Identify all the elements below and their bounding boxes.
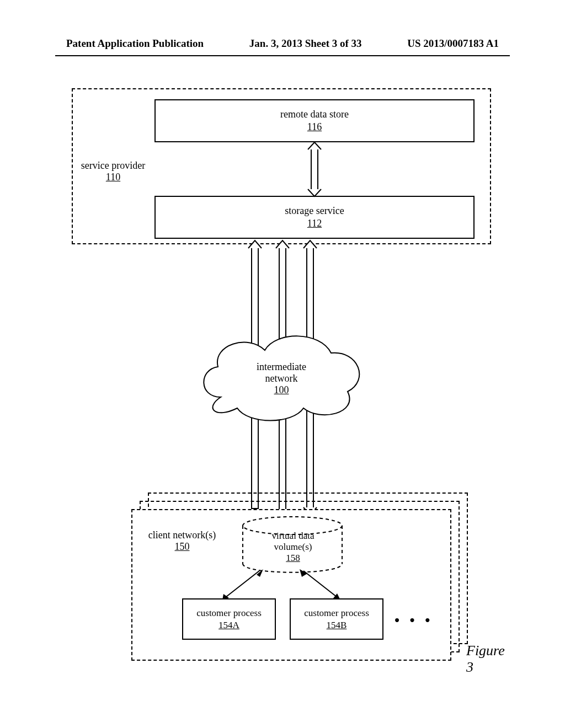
cust-a-ref: 154A <box>218 620 239 631</box>
cust-b-ref: 154B <box>327 620 347 631</box>
client-net-ref: 150 <box>175 541 190 552</box>
service-provider-label: service provider 110 <box>77 160 149 183</box>
virtual-data-volume-label: virtual data volume(s) 158 <box>251 531 335 564</box>
service-provider-text: service provider <box>81 160 145 171</box>
arrow-store-service <box>303 141 326 199</box>
vdv-ref: 158 <box>286 553 300 563</box>
cloud-label2: network <box>265 373 298 384</box>
storage-service-label: storage service <box>285 205 344 217</box>
client-network-label: client network(s) 150 <box>138 529 226 553</box>
vdv-label1: virtual data <box>272 531 315 541</box>
cloud-ref: 100 <box>274 384 289 395</box>
header-rule <box>55 55 510 56</box>
diagram-canvas: service provider 110 remote data store 1… <box>72 88 491 684</box>
svg-line-2 <box>303 571 337 597</box>
page-header: Patent Application Publication Jan. 3, 2… <box>0 38 565 54</box>
header-right: US 2013/0007183 A1 <box>407 38 499 54</box>
service-provider-ref: 110 <box>106 172 120 183</box>
cloud-label1: intermediate <box>257 361 306 372</box>
ellipsis: • • • <box>395 612 433 629</box>
customer-process-b-box: customer process 154B <box>290 598 383 640</box>
client-net-text: client network(s) <box>148 529 216 540</box>
cust-b-label: customer process <box>304 608 369 619</box>
header-center: Jan. 3, 2013 Sheet 3 of 33 <box>249 38 362 54</box>
remote-store-ref: 116 <box>307 121 322 133</box>
customer-process-a-box: customer process 154A <box>182 598 276 640</box>
storage-service-ref: 112 <box>307 218 322 229</box>
svg-line-1 <box>226 571 259 597</box>
arrows-vdv-customers <box>212 568 378 601</box>
storage-service-box: storage service 112 <box>154 196 475 239</box>
remote-data-store-box: remote data store 116 <box>154 99 475 142</box>
vdv-label2: volume(s) <box>274 542 312 552</box>
header-left: Patent Application Publication <box>66 38 204 54</box>
remote-store-label: remote data store <box>280 109 349 120</box>
cloud-label: intermediate network 100 <box>237 361 326 396</box>
figure-caption: Figure 3 <box>466 643 505 676</box>
cust-a-label: customer process <box>196 608 262 619</box>
